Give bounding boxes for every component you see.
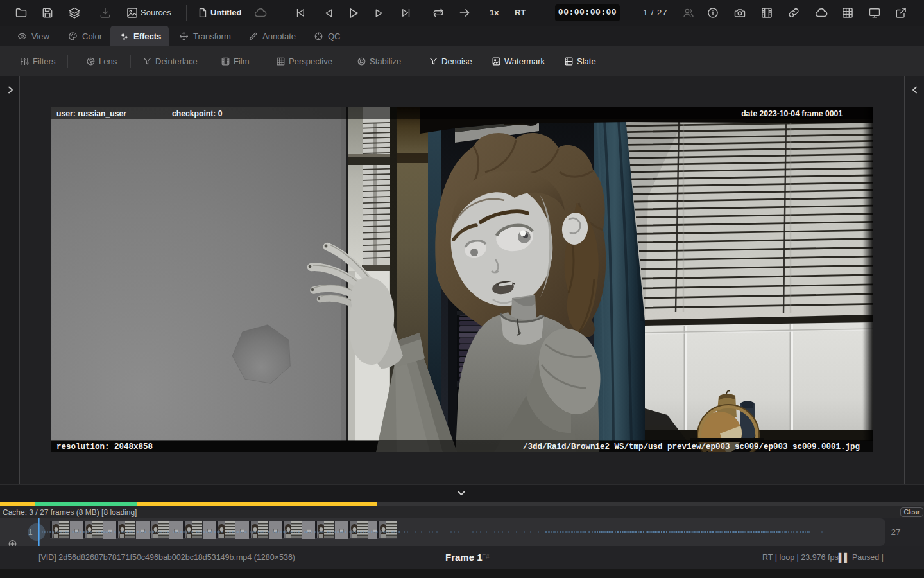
- svg-text:user: russian_user: user: russian_user: [56, 109, 126, 118]
- svg-text:date 2023-10-04 frame 0001: date 2023-10-04 frame 0001: [741, 109, 843, 118]
- svg-text:/3dd/Raid/Brownie2_WS/tmp/usd_: /3dd/Raid/Brownie2_WS/tmp/usd_preview/ep…: [523, 442, 860, 451]
- svg-text:checkpoint: 0: checkpoint: 0: [172, 109, 223, 118]
- svg-text:resolution: 2048x858: resolution: 2048x858: [56, 442, 153, 451]
- svg-text:1: 1: [28, 528, 33, 537]
